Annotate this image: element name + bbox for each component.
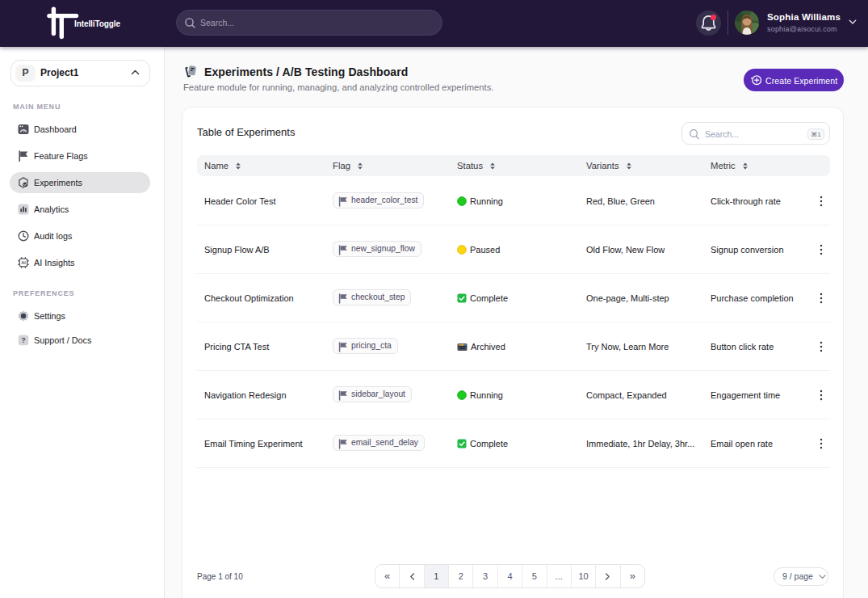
svg-text:AI: AI bbox=[21, 260, 26, 265]
svg-text:?: ? bbox=[21, 336, 25, 344]
